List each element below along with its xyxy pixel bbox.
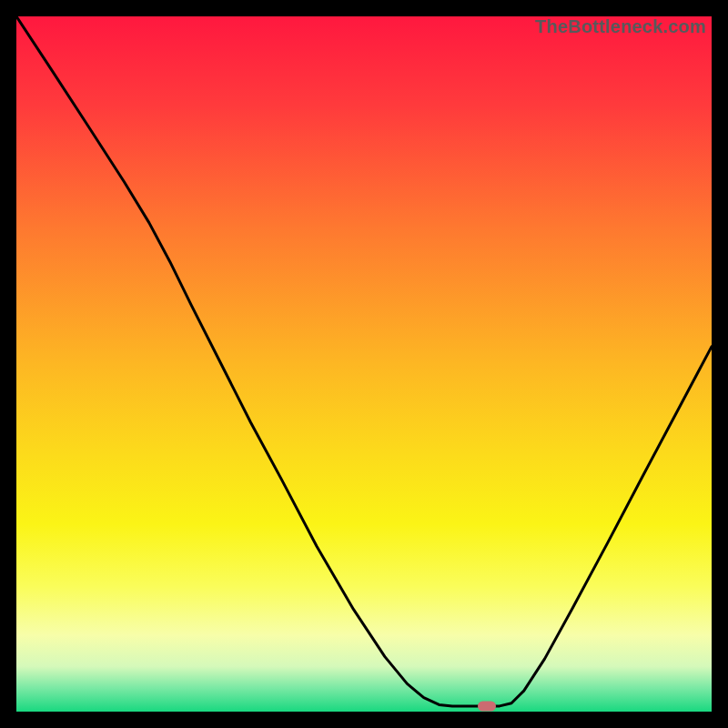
watermark-label: TheBottleneck.com: [535, 16, 706, 37]
optimal-point-marker: [478, 701, 496, 711]
plot-area: TheBottleneck.com: [16, 16, 712, 712]
chart-frame: TheBottleneck.com: [0, 0, 728, 728]
gradient-background: [16, 16, 712, 712]
